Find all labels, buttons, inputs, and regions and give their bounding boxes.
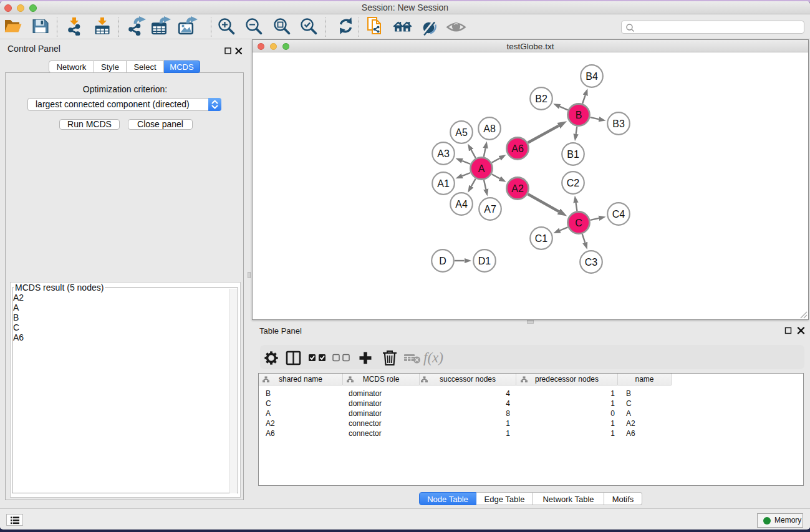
- svg-text:A7: A7: [484, 204, 496, 215]
- svg-text:D: D: [439, 256, 446, 266]
- svg-text:A6: A6: [511, 143, 524, 154]
- svg-text:A: A: [478, 163, 485, 174]
- svg-text:C2: C2: [567, 178, 580, 188]
- svg-text:C: C: [575, 218, 582, 228]
- svg-text:f(x): f(x): [423, 350, 443, 365]
- svg-text:B: B: [576, 110, 582, 120]
- svg-text:A1: A1: [437, 178, 450, 189]
- svg-text:B1: B1: [567, 149, 579, 160]
- svg-text:A4: A4: [455, 199, 468, 210]
- svg-text:A2: A2: [511, 183, 524, 194]
- svg-text:C1: C1: [535, 233, 548, 244]
- svg-text:B2: B2: [535, 94, 547, 104]
- svg-text:B4: B4: [586, 71, 598, 82]
- svg-text:C4: C4: [612, 209, 625, 220]
- svg-text:C3: C3: [585, 257, 598, 268]
- svg-text:A5: A5: [455, 127, 468, 138]
- svg-text:D1: D1: [478, 256, 491, 266]
- svg-text:A3: A3: [437, 148, 450, 159]
- svg-text:A8: A8: [483, 123, 496, 134]
- svg-text:B3: B3: [612, 118, 625, 129]
